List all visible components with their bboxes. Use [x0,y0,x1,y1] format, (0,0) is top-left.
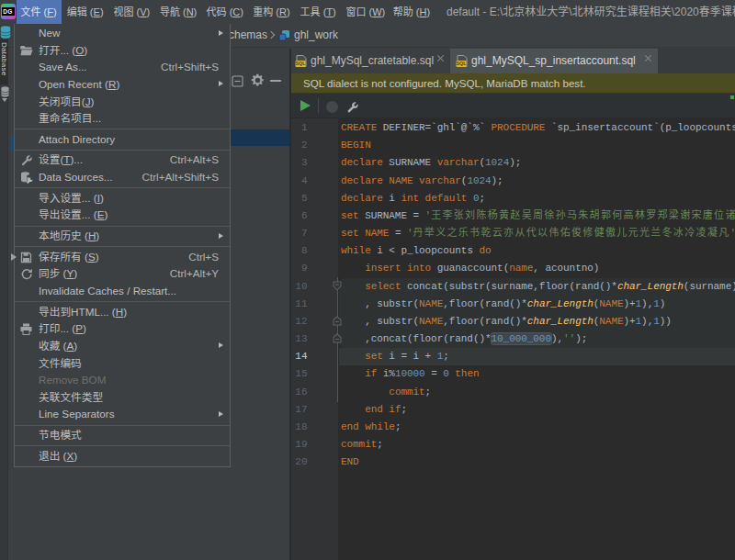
svg-text:SQL: SQL [456,61,467,66]
svg-text:SQL: SQL [295,61,306,66]
